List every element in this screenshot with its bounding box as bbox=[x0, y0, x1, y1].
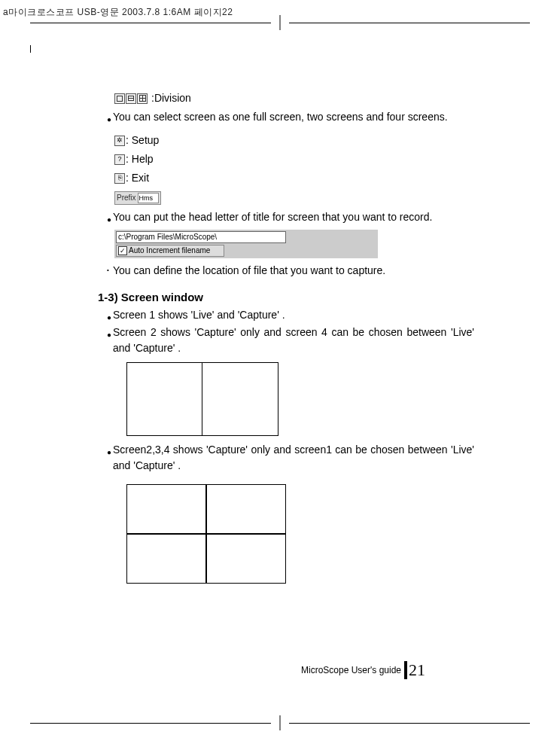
auto-increment-label: Auto Increment filename bbox=[129, 245, 210, 256]
location-desc: You can define the location of file that… bbox=[113, 263, 474, 279]
help-label: : Help bbox=[126, 151, 154, 167]
exit-icon: ⎘ bbox=[114, 173, 125, 184]
prefix-field-group: Prefix Hms bbox=[114, 191, 161, 205]
division-icons bbox=[114, 93, 148, 104]
bullet-dot: ● bbox=[107, 214, 113, 225]
bullet-dot: ● bbox=[107, 447, 113, 474]
crop-mark-top bbox=[0, 15, 560, 30]
bullet-dot: ● bbox=[107, 114, 113, 125]
page-content: :Division ● You can select screen as one… bbox=[98, 90, 474, 590]
prefix-desc: You can put the head letter of title for… bbox=[113, 209, 474, 225]
two-screen-diagram bbox=[126, 362, 278, 436]
exit-label: : Exit bbox=[126, 170, 149, 186]
prefix-label: Prefix bbox=[117, 192, 136, 203]
footer-divider bbox=[404, 661, 407, 679]
screen-1-icon bbox=[114, 93, 125, 104]
auto-increment-checkbox[interactable]: ✓ bbox=[118, 246, 127, 255]
prefix-value[interactable]: Hms bbox=[138, 193, 159, 203]
division-desc: You can select screen as one full screen… bbox=[113, 109, 474, 125]
screen-2-icon bbox=[126, 93, 136, 104]
crop-mark-bottom bbox=[0, 715, 560, 730]
help-icon: ? bbox=[114, 154, 125, 165]
footer-guide-text: MicroScope User's guide bbox=[301, 665, 401, 675]
bullet-dot: • bbox=[107, 266, 113, 279]
bullet-dot: ● bbox=[107, 329, 113, 356]
section-title: 1-3) Screen window bbox=[98, 289, 474, 306]
path-panel: c:\Program Files\MicroScope\ ✓ Auto Incr… bbox=[114, 230, 378, 258]
division-label: :Division bbox=[151, 90, 191, 106]
screen1-desc: Screen 1 shows 'Live' and 'Capture' . bbox=[113, 307, 474, 323]
screen234-desc: Screen2,3,4 shows 'Capture' only and scr… bbox=[113, 442, 474, 474]
setup-icon: ✲ bbox=[114, 136, 125, 146]
screen-4-icon bbox=[137, 93, 148, 104]
setup-label: : Setup bbox=[126, 133, 159, 148]
path-input[interactable]: c:\Program Files\MicroScope\ bbox=[116, 231, 286, 243]
crop-tick-left bbox=[30, 45, 32, 53]
page-footer: MicroScope User's guide 21 bbox=[301, 660, 425, 680]
bullet-dot: ● bbox=[107, 312, 113, 323]
page-number: 21 bbox=[409, 660, 425, 680]
auto-increment-row[interactable]: ✓ Auto Increment filename bbox=[116, 245, 224, 257]
screen2-desc: Screen 2 shows 'Capture' only and screen… bbox=[113, 325, 474, 356]
four-screen-diagram bbox=[126, 484, 286, 584]
